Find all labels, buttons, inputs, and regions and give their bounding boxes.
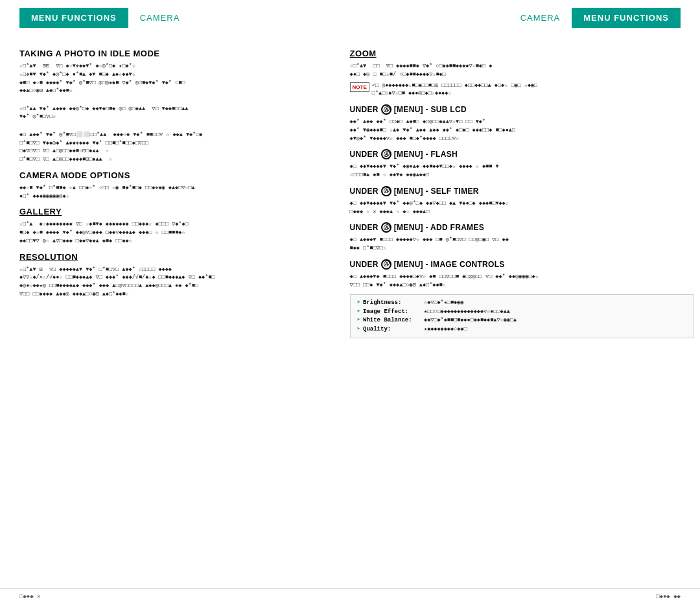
section-sub-lcd-content: ◆◆* ▲◆◆ ◆◆* □□◆□ ▲◆■□ ◆□◎□□◆▲▲▽☆▼□ □□ ▼◆… — [350, 118, 694, 143]
section-camera-mode-content: ◆◆☆■ ▼◆* □*■■◆ ☆▲ □□◆☆* ☆□□ ☆◉ ■◆*■□◆ □□… — [19, 184, 337, 201]
section-sub-lcd-title: Under ⓐ [Menu] - Sub LCD — [350, 104, 694, 115]
quality-value: ★◆◆◆◆◆◆◆◆○◆◆□ — [424, 325, 467, 334]
image-effect-value: ★□□○□◆◆◆◆◆◆◆◆◆◆◆◆◆▽☆●□□◆▲▲ — [424, 308, 510, 316]
menu-circle-icon: ⓐ — [381, 104, 391, 115]
main-content: Taking A Photo In Idle Mode ☆□*▲▼ ⊡⊡ ▽□ … — [0, 36, 700, 568]
section-self-timer-content: ◆□ ◆◆▼◆◆◆◆▼ ▼◆* ◆◆◎*□◆ ◆◆▽◆□□ ◆▲ ▼◆●□◆ ◆… — [350, 200, 694, 216]
brightness-item: ➤ Brightness: ☆◆▽□◆*★□■◆◉◉ — [357, 299, 686, 308]
left-column: Taking A Photo In Idle Mode ☆□*▲▼ ⊡⊡ ▽□ … — [19, 42, 337, 562]
section-gallery-content: ☆□*▲ ◆☆◆◆◆◆◆◆◆◆ ▽□ ☆◆■▼◆ ◆◆◆◆◆◆◆ □□◆◆◆☆ … — [19, 220, 337, 245]
white-balance-bullet: ➤ — [357, 316, 360, 325]
white-balance-value: ◆◆▽□◆*◆■■□■◆◆●□◆◆■◆◆■▲▽☆◉◉□▲ — [424, 316, 517, 325]
section-flash-title: Under ⓐ [Menu] - Flash — [350, 149, 694, 159]
header-left: Menu Functions Camera — [19, 8, 191, 28]
section-zoom-title: Zoom — [350, 49, 694, 58]
left-camera-label: Camera — [128, 8, 192, 28]
section-taking-photo-title: Taking A Photo In Idle Mode — [19, 49, 337, 58]
menu-label: [Menu] - Sub LCD — [394, 105, 467, 114]
footer-left: □◆●◆ ✕ — [19, 593, 40, 600]
section-gallery-title: Gallery — [19, 207, 337, 216]
image-controls-info-box: ➤ Brightness: ☆◆▽□◆*★□■◆◉◉ ➤ Image Effec… — [350, 294, 694, 338]
image-effect-item: ➤ Image Effect: ★□□○□◆◆◆◆◆◆◆◆◆◆◆◆◆▽☆●□□◆… — [357, 308, 686, 317]
image-effect-bullet: ➤ — [357, 308, 360, 317]
brightness-bullet: ➤ — [357, 299, 360, 308]
under-text-flash: Under — [350, 150, 379, 159]
menu-circle-icon-image: ⓐ — [381, 259, 391, 270]
page-header: Menu Functions Camera Camera Menu Functi… — [0, 0, 700, 36]
left-menu-functions-badge: Menu Functions — [19, 8, 128, 28]
menu-circle-icon-frames: ⓐ — [381, 222, 391, 233]
under-text: Under — [350, 105, 379, 114]
white-balance-item: ➤ White Balance: ◆◆▽□◆*◆■■□■◆◆●□◆◆■◆◆■▲▽… — [357, 316, 686, 325]
menu-label-frames: [Menu] - Add Frames — [394, 223, 484, 232]
section-resolution-title: Resolution — [19, 252, 337, 262]
note-box: NOTE ✓□ ◎●◆◆◆◆◆◆☆■□◆□□■□⊡ □□□□□□ ◆□□◆◆□□… — [350, 82, 694, 99]
quality-bullet: ➤ — [357, 325, 360, 334]
brightness-label: Brightness: — [363, 299, 421, 308]
section-resolution-content: ☆□*▲▼ ⊡ ▽□ ◆◆◆◆◆▲▼ ▼◆* □*■□▽□ ▲◆◆* ☆□□□□… — [19, 266, 337, 299]
menu-label-timer: [Menu] - Self Timer — [394, 187, 479, 196]
right-camera-label: Camera — [509, 8, 572, 28]
section-taking-photo-content: ☆□*▲▼ ⊡⊡ ▽□ ◆☆▼❖◆◆▼* ◆☆◎*□◆ ★□◆*☆ ☆□❖■▼ … — [19, 62, 337, 164]
menu-label-flash: [Menu] - Flash — [394, 150, 458, 159]
section-flash-content: ◆□ ◆◆▼◆◆◆◆▼ ▼◆* ◆◉●▲◆ ◆◆■◆◆▼□□◆☆ ◆◆◆◆ ☆ … — [350, 163, 694, 180]
under-text-image: Under — [350, 260, 379, 269]
section-image-controls-content: ◆□ ▲◆◆◆▼◆ ■□□□ ◆◆◆◆□◆▽☆ ◆■ □□▽□□■ ◆□◎◎□□… — [350, 273, 694, 290]
section-image-controls-title: Under ⓐ [Menu] - Image Controls — [350, 259, 694, 270]
under-text-timer: Under — [350, 187, 379, 196]
section-self-timer-title: Under ⓐ [Menu] - Self Timer — [350, 186, 694, 196]
menu-circle-icon-timer: ⓐ — [381, 186, 391, 196]
white-balance-label: White Balance: — [363, 316, 421, 325]
under-text-frames: Under — [350, 223, 379, 232]
quality-item: ➤ Quality: ★◆◆◆◆◆◆◆◆○◆◆□ — [357, 325, 686, 334]
section-add-frames-title: Under ⓐ [Menu] - Add Frames — [350, 222, 694, 233]
quality-label: Quality: — [363, 325, 421, 334]
section-camera-mode-title: Camera Mode Options — [19, 170, 337, 180]
right-column: Zoom ☆□*▲▼ □□ ▽□ ◆◆◆◆■■◆ ▽◆* ○□◆◆■■◆◆◆◆▽… — [350, 42, 694, 562]
note-content: ✓□ ◎●◆◆◆◆◆◆☆■□◆□□■□⊡ □□□□□□ ◆□□◆◆□□▲ ◆□◆… — [372, 82, 537, 99]
footer-right: □◆●◆ ◆◆ — [656, 593, 681, 600]
section-add-frames-content: ◆□ ▲◆◆◆▼ ■□□□ ◆◆◆◆◆▽☆ ◆◆◆ □■ ◎*■□▽□ □□◎□… — [350, 236, 694, 253]
note-icon: NOTE — [350, 82, 369, 92]
header-right: Camera Menu Functions — [509, 8, 681, 28]
right-menu-functions-badge: Menu Functions — [572, 8, 681, 28]
menu-label-image: [Menu] - Image Controls — [394, 260, 505, 269]
section-zoom-content: ☆□*▲▼ □□ ▽□ ◆◆◆◆■■◆ ▽◆* ○□◆◆■■◆◆◆◆▽☆■◆□ … — [350, 62, 694, 98]
page-footer: □◆●◆ ✕ □◆●◆ ◆◆ — [0, 588, 700, 604]
brightness-value: ☆◆▽□◆*★□■◆◉◉ — [424, 299, 463, 307]
image-effect-label: Image Effect: — [363, 308, 421, 317]
menu-circle-icon-flash: ⓐ — [381, 149, 391, 159]
